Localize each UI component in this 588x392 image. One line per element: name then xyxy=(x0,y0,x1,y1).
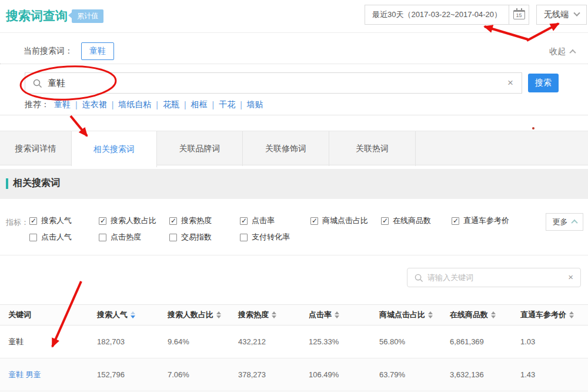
chevron-down-icon xyxy=(573,10,580,16)
metrics-panel: 指标： 搜索人气 搜索人数占比 搜索热度 点击率 商城点击占比 在线商品数 直通… xyxy=(0,212,588,250)
metrics-label: 指标： xyxy=(6,217,29,228)
more-button[interactable]: 更多 xyxy=(546,213,583,231)
value-cell: 125.33% xyxy=(300,337,371,346)
metric-label: 点击率 xyxy=(252,215,275,226)
separator: | xyxy=(212,100,215,109)
search-input[interactable] xyxy=(25,73,522,93)
recommend-link[interactable]: 墙贴 xyxy=(247,99,263,110)
tab-related-search-terms[interactable]: 相关搜索词 xyxy=(72,131,157,167)
keyword-filter-input[interactable] xyxy=(407,268,580,287)
tab-related-brand-terms[interactable]: 关联品牌词 xyxy=(157,131,243,166)
cumulative-value-badge: 累计值 xyxy=(72,9,103,23)
date-range-selector[interactable]: 最近30天（2017-03-22~2017-04-20） xyxy=(365,5,509,25)
column-header-ztc-ref-price[interactable]: 直通车参考价 xyxy=(512,310,588,320)
sort-icon[interactable] xyxy=(272,311,276,318)
recommend-link[interactable]: 墙纸自粘 xyxy=(118,99,151,110)
more-label: 更多 xyxy=(553,217,568,227)
sort-icon[interactable] xyxy=(428,311,433,318)
metric-label: 搜索人气 xyxy=(41,215,72,226)
sort-icon[interactable] xyxy=(569,311,574,318)
chevron-up-icon xyxy=(571,220,577,226)
keyword-link[interactable]: 童鞋 男童 xyxy=(8,370,41,379)
column-label: 关键词 xyxy=(8,310,31,320)
table-row: 童鞋 182,703 9.64% 432,212 125.33% 56.80% … xyxy=(0,325,588,358)
tab-search-term-detail[interactable]: 搜索词详情 xyxy=(0,131,72,166)
value-cell: 3,632,136 xyxy=(442,370,512,379)
column-header-ctr[interactable]: 点击率 xyxy=(300,310,371,320)
metric-checkbox-ctr[interactable]: 点击率 xyxy=(240,215,275,226)
checkbox-checked-icon xyxy=(381,217,389,225)
search-button[interactable]: 搜索 xyxy=(528,74,559,92)
table-header-row: 关键词 搜索人气 搜索人数占比 搜索热度 点击率 商城点击占比 xyxy=(0,304,588,325)
metric-label: 在线商品数 xyxy=(393,215,431,226)
tab-related-hot-terms[interactable]: 关联热词 xyxy=(329,131,416,166)
recommend-link[interactable]: 童鞋 xyxy=(54,99,71,110)
current-term-button[interactable]: 童鞋 xyxy=(81,42,114,60)
calendar-button[interactable]: 15 xyxy=(509,5,529,25)
section-title: 相关搜索词 xyxy=(6,177,60,190)
value-cell: 56.80% xyxy=(371,337,442,346)
column-label: 商城点击占比 xyxy=(379,310,425,320)
value-cell: 1.43 xyxy=(512,370,588,379)
column-label: 搜索人数占比 xyxy=(168,310,213,320)
keyword-filter-wrap: × xyxy=(407,268,581,287)
column-header-keyword: 关键词 xyxy=(0,310,89,320)
tab-related-modifier-terms[interactable]: 关联修饰词 xyxy=(243,131,329,166)
metric-checkbox-online-products[interactable]: 在线商品数 xyxy=(381,215,431,226)
recommend-link[interactable]: 相框 xyxy=(191,99,208,110)
chevron-up-icon xyxy=(569,49,576,56)
metric-checkbox-search-popularity[interactable]: 搜索人气 xyxy=(29,215,72,226)
value-cell: 7.06% xyxy=(159,370,230,379)
metric-checkbox-click-heat[interactable]: 点击热度 xyxy=(99,232,141,242)
metric-label: 搜索人数占比 xyxy=(111,215,156,226)
clear-icon[interactable]: × xyxy=(507,77,513,89)
recommend-link[interactable]: 花瓶 xyxy=(163,99,179,110)
checkbox-checked-icon xyxy=(240,217,248,225)
sort-icon[interactable] xyxy=(491,311,496,318)
sort-icon[interactable] xyxy=(131,311,135,318)
collapse-link[interactable]: 收起 xyxy=(549,46,575,57)
column-label: 搜索人气 xyxy=(97,310,128,320)
clear-icon[interactable]: × xyxy=(568,272,573,282)
metric-checkbox-mall-click-ratio[interactable]: 商城点击占比 xyxy=(310,215,368,226)
metric-label: 支付转化率 xyxy=(252,232,290,242)
metric-checkbox-ztc-ref-price[interactable]: 直通车参考价 xyxy=(452,215,509,226)
metric-label: 点击热度 xyxy=(111,232,141,242)
column-label: 点击率 xyxy=(309,310,332,320)
sort-icon[interactable] xyxy=(216,311,221,318)
column-label: 在线商品数 xyxy=(450,310,488,320)
separator: | xyxy=(75,100,78,109)
value-cell: 182,703 xyxy=(89,337,159,346)
separator: | xyxy=(156,100,158,109)
metric-checkbox-searcher-ratio[interactable]: 搜索人数占比 xyxy=(99,215,156,226)
query-panel: 当前搜索词： 童鞋 收起 × 搜索 推荐： 童鞋 | 连衣裙 | xyxy=(0,34,588,115)
column-header-online-products[interactable]: 在线商品数 xyxy=(442,310,512,320)
value-cell: 432,212 xyxy=(230,337,300,346)
value-cell: 63.79% xyxy=(371,370,442,379)
column-header-search-popularity[interactable]: 搜索人气 xyxy=(89,310,159,320)
page-title: 搜索词查询 xyxy=(6,8,68,24)
column-header-mall-click-ratio[interactable]: 商城点击占比 xyxy=(371,310,442,320)
dotted-divider xyxy=(0,64,588,64)
value-cell: 6,861,369 xyxy=(442,337,512,346)
metric-checkbox-transaction-index[interactable]: 交易指数 xyxy=(169,232,212,242)
value-cell: 378,273 xyxy=(230,370,300,379)
checkbox-unchecked-icon xyxy=(240,234,248,241)
metric-checkbox-payment-conversion[interactable]: 支付转化率 xyxy=(240,232,290,242)
search-input-wrap: × xyxy=(25,72,522,94)
metric-checkbox-click-popularity[interactable]: 点击人气 xyxy=(29,232,72,242)
sort-icon[interactable] xyxy=(335,311,339,318)
divider xyxy=(0,255,588,255)
recommend-link[interactable]: 连衣裙 xyxy=(82,99,107,110)
column-header-search-heat[interactable]: 搜索热度 xyxy=(230,310,300,320)
search-term-query-page: 搜索词查询 累计值 最近30天（2017-03-22~2017-04-20） 1… xyxy=(0,0,588,392)
calendar-icon: 15 xyxy=(513,10,525,19)
recommend-link[interactable]: 干花 xyxy=(219,99,235,110)
current-search-term-label: 当前搜索词： xyxy=(24,46,73,57)
terminal-dropdown[interactable]: 无线端 xyxy=(536,5,587,25)
column-header-searcher-ratio[interactable]: 搜索人数占比 xyxy=(159,310,230,320)
checkbox-unchecked-icon xyxy=(169,234,177,241)
metric-checkbox-search-heat[interactable]: 搜索热度 xyxy=(169,215,212,226)
current-search-term-row: 当前搜索词： 童鞋 xyxy=(24,42,114,60)
red-dot-annotation xyxy=(532,127,534,129)
